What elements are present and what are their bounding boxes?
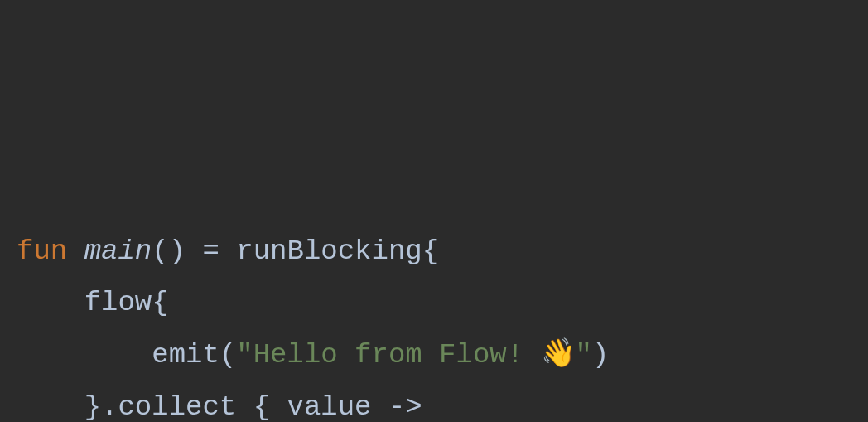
- brace-close: }: [84, 391, 101, 422]
- indent: [17, 391, 84, 422]
- arrow-operator: ->: [372, 391, 422, 422]
- paren-close: ): [592, 339, 609, 371]
- identifier-value: value: [287, 391, 371, 422]
- parentheses: (): [152, 235, 186, 267]
- function-name-main: main: [84, 235, 152, 267]
- space: [67, 235, 84, 267]
- identifier-flow: flow: [84, 287, 152, 318]
- string-literal-hello: "Hello from Flow! 👋": [236, 339, 592, 371]
- code-editor[interactable]: fun main() = runBlocking{ flow{ emit("He…: [17, 226, 851, 422]
- keyword-fun: fun: [17, 235, 67, 267]
- space-brace: {: [236, 391, 287, 422]
- brace-open: {: [152, 287, 168, 318]
- paren-open: (: [219, 339, 236, 371]
- dot-operator: .: [101, 391, 118, 422]
- equals-sign: =: [186, 235, 236, 267]
- indent: [17, 287, 84, 318]
- brace-open: {: [422, 235, 439, 267]
- code-line-2: flow{: [17, 287, 169, 318]
- identifier-runBlocking: runBlocking: [236, 235, 422, 267]
- identifier-collect: collect: [118, 391, 236, 422]
- indent: [17, 339, 152, 371]
- code-line-4: }.collect { value ->: [17, 391, 422, 422]
- identifier-emit: emit: [152, 339, 219, 371]
- code-line-1: fun main() = runBlocking{: [17, 235, 439, 267]
- code-line-3: emit("Hello from Flow! 👋"): [17, 339, 609, 371]
